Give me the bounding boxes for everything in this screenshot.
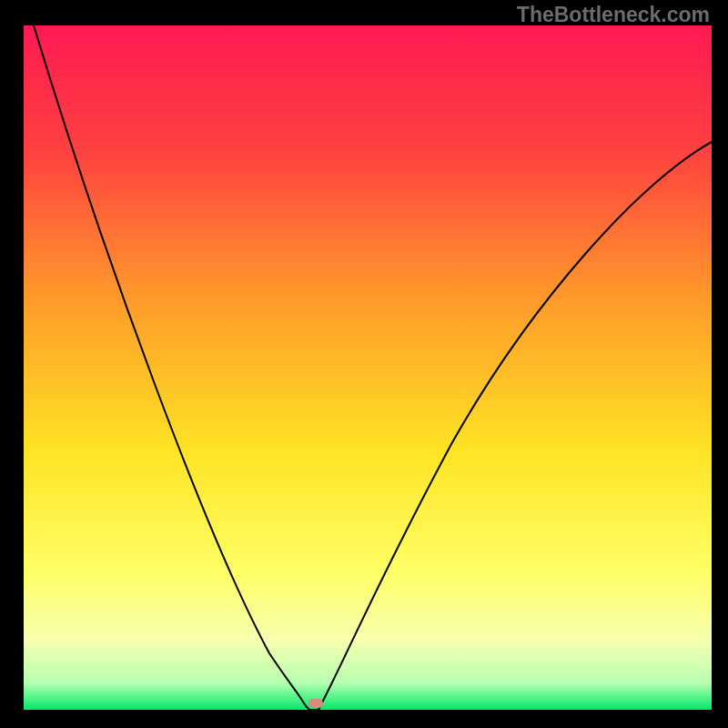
- watermark-text: TheBottleneck.com: [517, 3, 710, 27]
- bottleneck-curve: [24, 25, 712, 710]
- chart-canvas: TheBottleneck.com: [0, 0, 728, 728]
- optimal-marker: [308, 699, 323, 708]
- plot-area: [24, 25, 712, 710]
